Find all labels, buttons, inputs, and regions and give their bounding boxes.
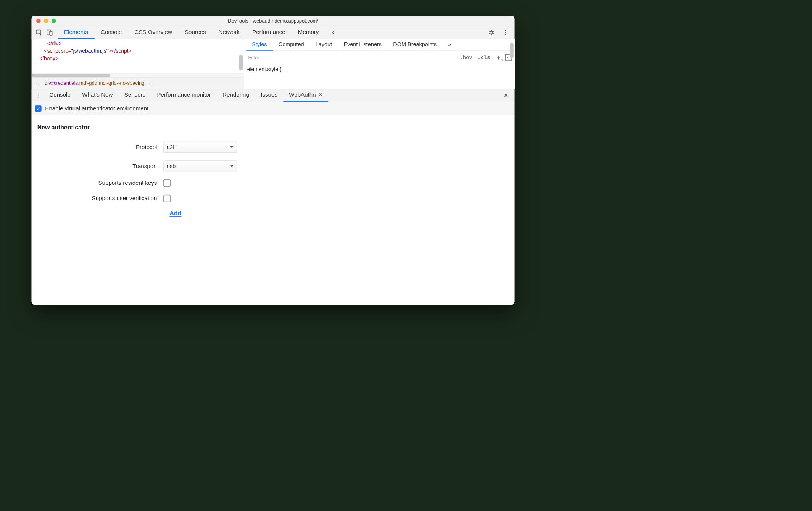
drawer-close-icon[interactable]: ✕ xyxy=(499,92,512,99)
checkbox-user-verification[interactable] xyxy=(163,195,171,202)
select-transport[interactable]: usb xyxy=(163,160,237,171)
inspect-element-icon[interactable] xyxy=(36,29,43,36)
enable-virtual-authenticator-label: Enable virtual authenticator environment xyxy=(45,105,148,112)
code-vertical-scrollbar[interactable] xyxy=(239,55,243,70)
code-horizontal-scrollbar[interactable] xyxy=(32,73,244,77)
label-transport: Transport xyxy=(37,163,163,170)
close-tab-icon[interactable]: ✕ xyxy=(319,92,322,98)
select-protocol[interactable]: u2f xyxy=(163,142,237,153)
drawer-tab-sensors[interactable]: Sensors xyxy=(119,89,151,102)
label-protocol: Protocol xyxy=(37,144,163,150)
styles-filter-input[interactable] xyxy=(246,53,457,62)
webauthn-enable-row: Enable virtual authenticator environment xyxy=(32,102,515,115)
main-tabs: Elements Console CSS Overview Sources Ne… xyxy=(58,26,341,39)
drawer-tabstrip: ⋮ Console What's New Sensors Performance… xyxy=(32,89,515,102)
devtools-window: DevTools - webauthndemo.appspot.com/ Ele… xyxy=(32,16,515,305)
styles-vertical-scrollbar[interactable] xyxy=(510,42,514,58)
select-protocol-value: u2f xyxy=(167,144,174,150)
titlebar: DevTools - webauthndemo.appspot.com/ xyxy=(32,16,515,26)
tab-css-overview[interactable]: CSS Overview xyxy=(128,26,178,39)
styles-tabs-overflow[interactable]: » xyxy=(442,39,457,51)
enable-virtual-authenticator-checkbox[interactable] xyxy=(35,105,42,112)
tab-console[interactable]: Console xyxy=(94,26,128,39)
drawer-tab-webauthn[interactable]: WebAuthn✕ xyxy=(283,89,328,102)
styles-tab-computed[interactable]: Computed xyxy=(273,39,310,51)
row-resident-keys: Supports resident keys xyxy=(37,179,509,187)
checkbox-resident-keys[interactable] xyxy=(163,179,171,187)
breadcrumb-bar: … div#credentials.mdl-grid.mdl-grid--no-… xyxy=(32,77,244,89)
row-user-verification: Supports user verification xyxy=(37,195,509,202)
chevron-down-icon xyxy=(230,146,233,149)
breadcrumb-current[interactable]: div#credentials.mdl-grid.mdl-grid--no-sp… xyxy=(45,80,145,86)
styles-tab-layout[interactable]: Layout xyxy=(310,39,338,51)
cls-toggle[interactable]: .cls xyxy=(475,54,493,61)
drawer-tab-rendering[interactable]: Rendering xyxy=(217,89,255,102)
dom-code[interactable]: </div> <script src="js/webauthn.js"></sc… xyxy=(32,39,244,73)
main-tabstrip: Elements Console CSS Overview Sources Ne… xyxy=(32,26,515,39)
drawer-menu-icon[interactable]: ⋮ xyxy=(34,92,44,99)
main-tabs-overflow[interactable]: » xyxy=(325,26,341,39)
window-title: DevTools - webauthndemo.appspot.com/ xyxy=(32,18,515,24)
window-minimize-button[interactable] xyxy=(44,19,48,23)
breadcrumb-left-ellipsis[interactable]: … xyxy=(34,81,42,85)
elements-split: </div> <script src="js/webauthn.js"></sc… xyxy=(32,39,515,89)
form-title: New authenticator xyxy=(37,124,509,131)
breadcrumb-right-ellipsis[interactable]: … xyxy=(147,81,155,85)
tab-network[interactable]: Network xyxy=(212,26,246,39)
chevron-down-icon xyxy=(230,165,233,167)
traffic-lights xyxy=(32,19,56,23)
row-protocol: Protocol u2f xyxy=(37,142,509,153)
styles-body[interactable]: element.style { xyxy=(244,64,515,89)
settings-gear-icon[interactable] xyxy=(488,29,495,36)
label-resident-keys: Supports resident keys xyxy=(37,180,163,187)
styles-pane: Styles Computed Layout Event Listeners D… xyxy=(244,39,515,89)
main-menu-icon[interactable]: ⋮ xyxy=(500,29,510,36)
styles-tab-listeners[interactable]: Event Listeners xyxy=(338,39,387,51)
tab-memory[interactable]: Memory xyxy=(292,26,325,39)
row-transport: Transport usb xyxy=(37,160,509,171)
window-close-button[interactable] xyxy=(36,19,41,23)
window-zoom-button[interactable] xyxy=(52,19,56,23)
hov-toggle[interactable]: :hov xyxy=(457,54,475,61)
style-rule-text: element.style { xyxy=(247,66,281,72)
drawer-tab-whatsnew[interactable]: What's New xyxy=(76,89,119,102)
dom-tree-pane[interactable]: </div> <script src="js/webauthn.js"></sc… xyxy=(32,39,244,89)
svg-rect-0 xyxy=(36,30,41,34)
label-user-verification: Supports user verification xyxy=(37,195,163,202)
select-transport-value: usb xyxy=(167,163,176,170)
styles-tab-styles[interactable]: Styles xyxy=(246,39,273,51)
tab-performance[interactable]: Performance xyxy=(246,26,292,39)
svg-rect-2 xyxy=(50,31,52,35)
webauthn-form: New authenticator Protocol u2f Transport… xyxy=(32,115,515,305)
styles-toolbar: :hov .cls ＋ xyxy=(244,51,515,64)
add-authenticator-button[interactable]: Add xyxy=(169,210,181,217)
drawer-tab-perfmonitor[interactable]: Performance monitor xyxy=(151,89,217,102)
new-style-rule-button[interactable]: ＋ xyxy=(495,54,502,61)
device-toggle-icon[interactable] xyxy=(46,29,53,36)
tab-sources[interactable]: Sources xyxy=(178,26,212,39)
drawer-tab-issues[interactable]: Issues xyxy=(255,89,283,102)
tab-elements[interactable]: Elements xyxy=(58,26,94,39)
styles-tab-dombreaks[interactable]: DOM Breakpoints xyxy=(387,39,442,51)
drawer-tab-console[interactable]: Console xyxy=(44,89,76,102)
styles-tabstrip: Styles Computed Layout Event Listeners D… xyxy=(244,39,515,51)
